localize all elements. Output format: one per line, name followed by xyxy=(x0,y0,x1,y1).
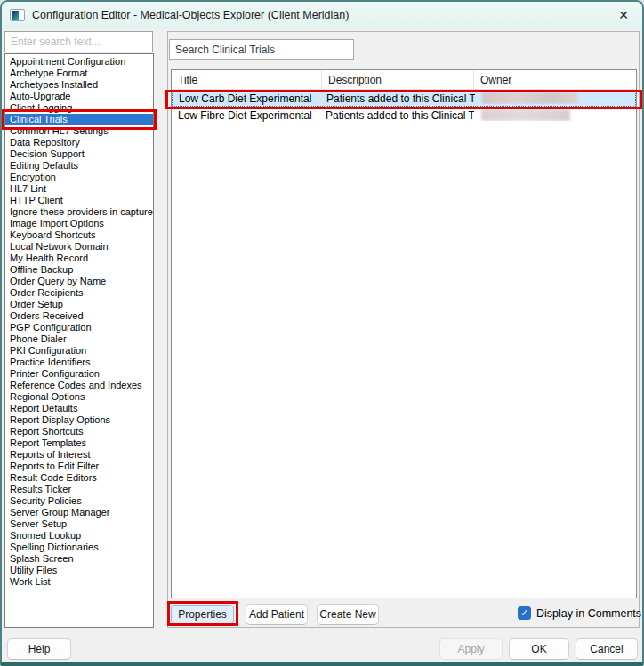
add-patient-button[interactable]: Add Patient xyxy=(246,604,308,625)
sidebar-search-input[interactable] xyxy=(4,31,153,52)
sidebar-item[interactable]: Keyboard Shortcuts xyxy=(5,229,153,241)
sidebar-item[interactable]: Spelling Dictionaries xyxy=(5,542,153,553)
cell-owner xyxy=(474,109,634,121)
sidebar-item[interactable]: Local Network Domain xyxy=(5,241,153,253)
sidebar-item[interactable]: Snomed Lookup xyxy=(5,530,153,542)
clinical-trials-table: Title Description Owner Low Carb Diet Ex… xyxy=(171,69,637,598)
column-header-owner[interactable]: Owner xyxy=(474,70,636,89)
sidebar-item[interactable]: Orders Received xyxy=(5,310,153,322)
close-icon[interactable]: ✕ xyxy=(615,6,632,24)
display-in-comments-checkbox[interactable]: ✓ xyxy=(518,606,531,620)
owner-redacted-blur xyxy=(481,109,570,121)
sidebar-item[interactable]: Editing Defaults xyxy=(5,160,153,172)
sidebar-item[interactable]: Image Import Options xyxy=(5,218,153,229)
sidebar-item[interactable]: Reports of Interest xyxy=(5,449,153,461)
table-body: Low Carb Diet ExperimentalPatients added… xyxy=(172,90,636,124)
sidebar-item[interactable]: Server Group Manager xyxy=(5,507,153,518)
titlebar: Configuration Editor - Medical-Objects E… xyxy=(0,0,644,29)
sidebar-item[interactable]: Report Defaults xyxy=(5,403,153,414)
table-row[interactable]: Low Carb Diet ExperimentalPatients added… xyxy=(172,90,636,107)
sidebar-item[interactable]: Order Setup xyxy=(5,299,153,310)
ok-button[interactable]: OK xyxy=(509,638,569,660)
sidebar-item[interactable]: PGP Configuration xyxy=(5,322,153,333)
sidebar-item[interactable]: Reference Codes and Indexes xyxy=(5,380,153,391)
sidebar-item[interactable]: Work List xyxy=(5,576,153,588)
create-new-button[interactable]: Create New xyxy=(317,604,379,625)
cell-title: Low Carb Diet Experimental xyxy=(173,92,323,105)
config-category-list: Appointment ConfigurationArchetype Forma… xyxy=(4,53,154,628)
sidebar-item[interactable]: Result Code Editors xyxy=(5,472,153,484)
sidebar-item[interactable]: PKI Configuration xyxy=(5,345,153,357)
sidebar-item[interactable]: Utility Files xyxy=(5,565,153,576)
app-icon xyxy=(10,9,25,21)
properties-button[interactable]: Properties xyxy=(171,605,234,624)
sidebar-item[interactable]: Practice Identifiers xyxy=(5,357,153,368)
sidebar-item[interactable]: Order Query by Name xyxy=(5,276,153,287)
sidebar-item[interactable]: HTTP Client xyxy=(5,195,153,206)
sidebar-item[interactable]: Archetypes Installed xyxy=(5,79,153,91)
sidebar-item[interactable]: My Health Record xyxy=(5,253,153,264)
cancel-button[interactable]: Cancel xyxy=(576,638,638,660)
sidebar-item[interactable]: Encryption xyxy=(5,172,153,183)
table-header-row: Title Description Owner xyxy=(172,70,636,90)
sidebar-item[interactable]: Report Display Options xyxy=(5,414,153,426)
cell-description: Patients added to this Clinical T… xyxy=(322,109,474,122)
sidebar-item[interactable]: Data Repository xyxy=(5,137,153,148)
cell-title: Low Fibre Diet Experimental xyxy=(172,109,322,122)
checkmark-icon: ✓ xyxy=(520,608,528,618)
display-in-comments-label: Display in Comments xyxy=(536,607,641,620)
sidebar-item[interactable]: Server Setup xyxy=(5,518,153,530)
table-row[interactable]: Low Fibre Diet ExperimentalPatients adde… xyxy=(172,107,636,124)
apply-button: Apply xyxy=(439,638,503,660)
help-button[interactable]: Help xyxy=(7,638,71,660)
cell-description: Patients added to this Clinical T… xyxy=(323,92,475,105)
column-header-description[interactable]: Description xyxy=(322,70,474,89)
sidebar-item[interactable]: Offline Backup xyxy=(5,264,153,276)
sidebar-item[interactable]: Report Shortcuts xyxy=(5,426,153,437)
sidebar-item[interactable]: Order Recipients xyxy=(5,287,153,299)
owner-redacted-blur xyxy=(482,92,578,104)
sidebar-item[interactable]: Reports to Edit Filter xyxy=(5,461,153,472)
sidebar-item[interactable]: Client Logging xyxy=(5,102,153,114)
window-title: Configuration Editor - Medical-Objects E… xyxy=(32,9,349,21)
sidebar-item[interactable]: Archetype Format xyxy=(5,68,153,79)
sidebar-item[interactable]: Appointment Configuration xyxy=(5,56,153,68)
sidebar-item[interactable]: Phone Dialer xyxy=(5,333,153,345)
sidebar-item[interactable]: Results Ticker xyxy=(5,484,153,495)
clinical-trials-search-input[interactable] xyxy=(169,39,354,60)
sidebar-item[interactable]: Splash Screen xyxy=(5,553,153,565)
column-header-title[interactable]: Title xyxy=(172,70,322,89)
sidebar-item[interactable]: Common HL7 Settings xyxy=(5,125,153,137)
sidebar-item[interactable]: Report Templates xyxy=(5,437,153,449)
sidebar-item[interactable]: Security Policies xyxy=(5,495,153,507)
sidebar-item[interactable]: Decision Support xyxy=(5,148,153,160)
cell-owner xyxy=(475,92,635,104)
sidebar-item[interactable]: Printer Configuration xyxy=(5,368,153,380)
sidebar-item[interactable]: Regional Options xyxy=(5,391,153,403)
sidebar-item[interactable]: Clinical Trials xyxy=(5,114,153,125)
sidebar-item[interactable]: Auto-Upgrade xyxy=(5,91,153,102)
sidebar-item[interactable]: Ignore these providers in capture xyxy=(5,206,153,218)
sidebar-item[interactable]: HL7 Lint xyxy=(5,183,153,195)
configuration-editor-dialog: Configuration Editor - Medical-Objects E… xyxy=(0,0,644,666)
